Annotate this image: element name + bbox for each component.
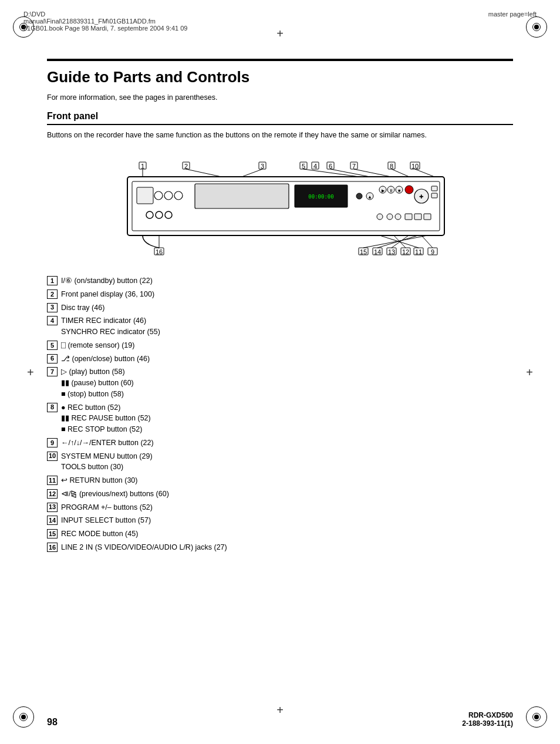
svg-rect-26 <box>405 214 412 220</box>
svg-point-29 <box>146 211 153 218</box>
svg-text:6: 6 <box>329 163 332 170</box>
svg-text:11: 11 <box>415 248 422 255</box>
device-diagram: 00:00:00 ▲ ▶ ⏸ ■ ✚ <box>47 147 513 265</box>
svg-text:7: 7 <box>352 163 356 170</box>
svg-text:00:00:00: 00:00:00 <box>308 194 333 200</box>
crosshair-right: + <box>526 365 533 379</box>
part-text-15: REC MODE button (45) <box>61 528 513 540</box>
svg-text:4: 4 <box>313 163 317 170</box>
part-text-6: ⎇ (open/close) button (46) <box>61 354 513 365</box>
intro-text: For more information, see the pages in p… <box>47 93 513 102</box>
part-item-3: 3 Disc tray (46) <box>47 302 513 314</box>
model-info: RDR-GXD500 2-188-393-11(1) <box>462 711 513 728</box>
page-number: 98 <box>47 717 58 728</box>
top-rule <box>47 59 513 61</box>
svg-text:16: 16 <box>156 248 163 255</box>
part-text-13: PROGRAM +/– buttons (52) <box>61 502 513 513</box>
section-intro: Buttons on the recorder have the same fu… <box>47 131 513 139</box>
part-item-9: 9 ←/↑/↓/→/ENTER button (22) <box>47 437 513 449</box>
part-number-5: 5 <box>47 341 58 350</box>
svg-rect-21 <box>431 186 437 191</box>
page-footer: 98 RDR-GXD500 2-188-393-11(1) <box>47 711 513 728</box>
part-number-11: 11 <box>47 476 58 485</box>
part-text-1: I/⑥ (on/standby) button (22) <box>61 275 513 287</box>
svg-rect-27 <box>414 214 421 220</box>
svg-text:⏸: ⏸ <box>389 188 393 193</box>
part-item-8: 8 ● REC button (52)▮▮ REC PAUSE button (… <box>47 402 513 435</box>
svg-text:1: 1 <box>141 163 144 170</box>
part-number-4: 4 <box>47 316 58 325</box>
part-item-13: 13 PROGRAM +/– buttons (52) <box>47 502 513 513</box>
part-item-15: 15 REC MODE button (45) <box>47 528 513 540</box>
part-number-13: 13 <box>47 503 58 512</box>
part-item-4: 4 TIMER REC indicator (46)SYNCHRO REC in… <box>47 315 513 338</box>
part-text-5: ⎕ (remote sensor) (19) <box>61 340 513 351</box>
page-title: Guide to Parts and Controls <box>47 68 513 86</box>
part-text-4: TIMER REC indicator (46)SYNCHRO REC indi… <box>61 315 513 338</box>
part-item-12: 12 ⧏/⧎ (previous/next) buttons (60) <box>47 489 513 500</box>
header-path-line1: D:\DVD <box>23 11 187 18</box>
part-number-6: 6 <box>47 354 58 363</box>
part-text-11: ↩ RETURN button (30) <box>61 475 513 486</box>
model-line1: RDR-GXD500 <box>462 711 513 719</box>
corner-mark-bottom-right <box>526 706 547 728</box>
part-item-2: 2 Front panel display (36, 100) <box>47 289 513 300</box>
header-left: D:\DVD manual\Final\218839311_FM\01GB11A… <box>23 11 187 32</box>
part-number-15: 15 <box>47 529 58 538</box>
svg-text:13: 13 <box>388 248 395 255</box>
svg-line-78 <box>421 235 433 248</box>
svg-line-51 <box>354 169 391 177</box>
part-number-10: 10 <box>47 452 58 461</box>
svg-line-37 <box>186 169 221 177</box>
part-item-1: 1 I/⑥ (on/standby) button (22) <box>47 275 513 287</box>
svg-rect-6 <box>195 184 289 208</box>
svg-text:12: 12 <box>402 248 409 255</box>
part-item-7: 7 ▷ (play) button (58)▮▮ (pause) button … <box>47 366 513 399</box>
corner-mark-bottom-left <box>13 706 34 728</box>
svg-text:8: 8 <box>390 163 393 170</box>
svg-rect-22 <box>431 193 437 198</box>
svg-text:10: 10 <box>411 163 419 170</box>
part-number-9: 9 <box>47 438 58 447</box>
part-text-10: SYSTEM MENU button (29)TOOLS button (30) <box>61 451 513 473</box>
part-number-1: 1 <box>47 276 58 285</box>
part-text-9: ←/↑/↓/→/ENTER button (22) <box>61 437 513 449</box>
parts-list: 1 I/⑥ (on/standby) button (22) 2 Front p… <box>47 275 513 553</box>
svg-point-3 <box>154 191 163 200</box>
svg-text:■: ■ <box>398 188 400 193</box>
svg-text:✚: ✚ <box>419 194 424 200</box>
part-item-11: 11 ↩ RETURN button (30) <box>47 475 513 486</box>
front-panel-svg: 00:00:00 ▲ ▶ ⏸ ■ ✚ <box>98 147 462 265</box>
svg-point-5 <box>174 191 183 200</box>
part-item-5: 5 ⎕ (remote sensor) (19) <box>47 340 513 351</box>
part-number-12: 12 <box>47 489 58 499</box>
part-number-2: 2 <box>47 289 58 299</box>
svg-text:2: 2 <box>184 163 188 170</box>
part-item-16: 16 LINE 2 IN (S VIDEO/VIDEO/AUDIO L/R) j… <box>47 542 513 553</box>
svg-point-25 <box>395 214 401 220</box>
part-number-14: 14 <box>47 516 58 525</box>
part-number-3: 3 <box>47 303 58 312</box>
header-path-line3: 01GB01.book Page 98 Mardi, 7. septembre … <box>23 25 187 32</box>
svg-text:3: 3 <box>261 163 264 170</box>
svg-text:14: 14 <box>374 248 381 255</box>
svg-line-57 <box>415 169 434 177</box>
crosshair-left: + <box>27 365 34 379</box>
header-right: master page=left <box>488 11 537 32</box>
main-content: Guide to Parts and Controls For more inf… <box>47 59 513 556</box>
part-text-14: INPUT SELECT button (57) <box>61 515 513 526</box>
svg-point-24 <box>387 214 393 220</box>
svg-rect-2 <box>137 187 153 204</box>
part-text-7: ▷ (play) button (58)▮▮ (pause) button (6… <box>61 366 513 399</box>
model-line2: 2-188-393-11(1) <box>462 719 513 728</box>
part-item-6: 6 ⎇ (open/close) button (46) <box>47 354 513 365</box>
svg-text:▲: ▲ <box>367 194 372 200</box>
svg-point-18 <box>405 186 413 194</box>
svg-point-9 <box>356 193 362 199</box>
part-text-12: ⧏/⧎ (previous/next) buttons (60) <box>61 489 513 500</box>
section-heading: Front panel <box>47 111 513 125</box>
svg-line-40 <box>242 169 262 177</box>
part-text-8: ● REC button (52)▮▮ REC PAUSE button (52… <box>61 402 513 435</box>
svg-text:9: 9 <box>431 248 434 255</box>
svg-text:15: 15 <box>360 248 367 255</box>
